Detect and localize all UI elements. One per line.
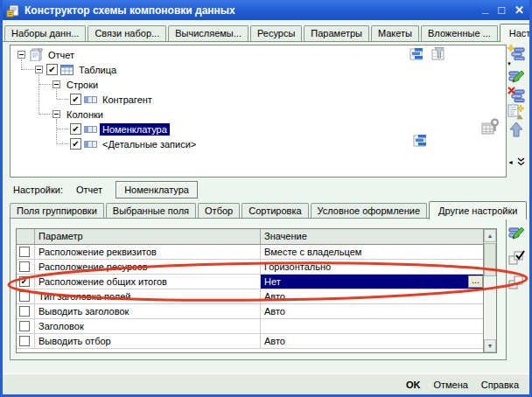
settings-label: Настройки: xyxy=(13,185,63,195)
tree-label[interactable]: Строки xyxy=(64,79,101,91)
row-checkbox[interactable] xyxy=(19,306,30,317)
tree-label[interactable]: <Детальные записи> xyxy=(100,138,199,150)
row-checkbox[interactable] xyxy=(19,321,30,331)
row-checkbox[interactable] xyxy=(19,336,30,346)
tab-parameters[interactable]: Параметры xyxy=(304,25,369,41)
value-cell[interactable]: Авто xyxy=(261,334,483,348)
expander-icon[interactable] xyxy=(35,66,43,73)
cancel-button[interactable]: Отмена xyxy=(433,380,467,390)
tree-connector xyxy=(39,84,52,85)
value-cell[interactable] xyxy=(261,319,483,333)
tab-data-set-links[interactable]: Связи набор... xyxy=(88,25,166,41)
expander-icon[interactable] xyxy=(52,110,60,118)
delete-icon xyxy=(508,87,525,102)
tree-row-rows-group[interactable]: Строки xyxy=(10,77,506,92)
collapse-left-icon[interactable]: ◄ xyxy=(508,159,514,165)
tree-label-selected[interactable]: Номенклатура xyxy=(100,123,170,136)
tree-label[interactable]: Отчет xyxy=(46,49,77,61)
table-row[interactable]: Выводить отбор Авто xyxy=(17,334,496,349)
tab-grouping-fields[interactable]: Поля группировки xyxy=(10,203,104,219)
row-checkbox[interactable] xyxy=(19,247,30,257)
tree-checkbox[interactable]: ✔ xyxy=(46,64,58,75)
row-checkbox[interactable] xyxy=(19,261,30,272)
value-cell[interactable]: Горизонтально xyxy=(261,260,483,274)
add-button[interactable] xyxy=(507,44,526,61)
report-settings-button[interactable]: Отчет xyxy=(70,181,108,198)
tree-label[interactable]: Таблица xyxy=(76,64,119,76)
table-row-selected[interactable]: ✔ Расположение общих итогов Нет ... xyxy=(17,275,496,289)
tab-resources[interactable]: Ресурсы xyxy=(250,25,302,41)
param-cell[interactable]: Расположение реквизитов xyxy=(35,245,261,259)
other-settings-panel: Параметр Значение Расположение реквизито… xyxy=(10,218,507,360)
settings-indicator-icon xyxy=(481,118,500,135)
scrollbar-thumb[interactable] xyxy=(484,243,496,276)
tab-conditional-appearance[interactable]: Условное оформление xyxy=(311,203,427,219)
expander-icon[interactable] xyxy=(52,80,60,88)
tab-other-settings[interactable]: Другие настройки xyxy=(429,201,527,219)
tree-checkbox[interactable]: ✔ xyxy=(70,94,81,105)
table-row[interactable]: Заголовок xyxy=(17,319,496,334)
tab-data-sets[interactable]: Наборы данн... xyxy=(4,25,86,41)
collapse-all-icon[interactable] xyxy=(517,157,525,166)
value-cell[interactable]: Авто xyxy=(261,304,483,318)
maximize-button[interactable]: □ xyxy=(498,4,505,16)
tree-row-detail-records[interactable]: ✔ <Детальные записи> xyxy=(10,136,506,151)
open-editor-button[interactable]: ... xyxy=(468,275,483,288)
scroll-up-icon[interactable]: ▲ xyxy=(484,229,496,242)
edit-value-button[interactable] xyxy=(507,225,526,242)
edit-button[interactable] xyxy=(507,68,526,86)
param-cell[interactable]: Выводить заголовок xyxy=(35,304,261,318)
table-row[interactable]: Выводить заголовок Авто xyxy=(17,304,496,319)
param-cell[interactable]: Расположение общих итогов xyxy=(35,275,261,289)
app-icon xyxy=(6,3,20,17)
ok-button[interactable]: OK xyxy=(406,380,421,390)
scroll-down-icon[interactable]: ▼ xyxy=(484,339,496,352)
tree-row-nomenclature[interactable]: ✔ Номенклатура xyxy=(10,122,506,136)
tab-selected-fields[interactable]: Выбранные поля xyxy=(106,203,196,219)
check-all-icon xyxy=(508,250,525,266)
check-all-button[interactable] xyxy=(507,249,526,267)
current-grouping-button[interactable]: Номенклатура xyxy=(116,181,198,198)
row-checkbox[interactable] xyxy=(19,291,30,302)
delete-button[interactable] xyxy=(507,86,526,103)
footer-bar: OK Отмена Справка xyxy=(3,373,529,394)
field-icon xyxy=(84,141,97,148)
param-cell[interactable]: Расположение ресурсов xyxy=(35,260,261,274)
filter-indicator-icon xyxy=(431,47,446,60)
tab-calculated-fields[interactable]: Вычисляемы... xyxy=(168,25,248,41)
tab-settings[interactable]: Настройки xyxy=(500,24,532,42)
uncheck-all-button[interactable] xyxy=(507,274,526,291)
tree-row-columns-group[interactable]: Колонки xyxy=(10,107,506,122)
param-cell[interactable]: Тип заголовка полей xyxy=(35,289,261,303)
tab-templates[interactable]: Макеты xyxy=(371,25,419,41)
help-button[interactable]: Справка xyxy=(481,380,519,390)
move-up-button[interactable] xyxy=(507,121,526,138)
expander-icon[interactable] xyxy=(18,51,25,59)
table-row[interactable]: Расположение ресурсов Горизонтально xyxy=(17,260,496,275)
table-row[interactable]: Тип заголовка полей Авто xyxy=(17,289,496,304)
param-cell[interactable]: Выводить отбор xyxy=(35,334,261,348)
row-checkbox[interactable]: ✔ xyxy=(19,276,30,287)
window-title: Конструктор схемы компоновки данных xyxy=(24,4,235,17)
tab-sorting[interactable]: Сортировка xyxy=(242,203,308,219)
table-row[interactable]: Расположение реквизитов Вместе с владель… xyxy=(17,245,496,260)
tree-row-contractor[interactable]: ✔ Контрагент xyxy=(10,92,506,107)
minimize-button[interactable]: _ xyxy=(482,3,488,14)
close-button[interactable]: ✕ xyxy=(514,4,524,16)
selected-fields-indicator-icon xyxy=(413,134,428,147)
main-tab-strip: Наборы данн... Связи набор... Вычисляемы… xyxy=(3,20,529,42)
tree-label[interactable]: Контрагент xyxy=(100,94,155,106)
tree-checkbox[interactable]: ✔ xyxy=(70,123,81,135)
wizard-button[interactable] xyxy=(507,103,526,121)
value-cell[interactable]: Авто xyxy=(261,289,483,303)
vertical-scrollbar[interactable]: ▲ ▼ xyxy=(483,229,496,352)
tab-nested-schemas[interactable]: Вложенные ... xyxy=(421,25,498,41)
value-cell-selected[interactable]: Нет ... xyxy=(261,275,483,289)
param-cell[interactable]: Заголовок xyxy=(35,319,261,333)
add-dropdown-icon[interactable]: ▼ xyxy=(507,61,512,68)
tab-filter[interactable]: Отбор xyxy=(198,203,240,219)
value-cell[interactable]: Вместе с владельцем xyxy=(261,245,483,259)
tree-row-table[interactable]: ✔ Таблица xyxy=(10,62,506,77)
tree-label[interactable]: Колонки xyxy=(64,108,106,121)
tree-checkbox[interactable]: ✔ xyxy=(70,138,81,150)
